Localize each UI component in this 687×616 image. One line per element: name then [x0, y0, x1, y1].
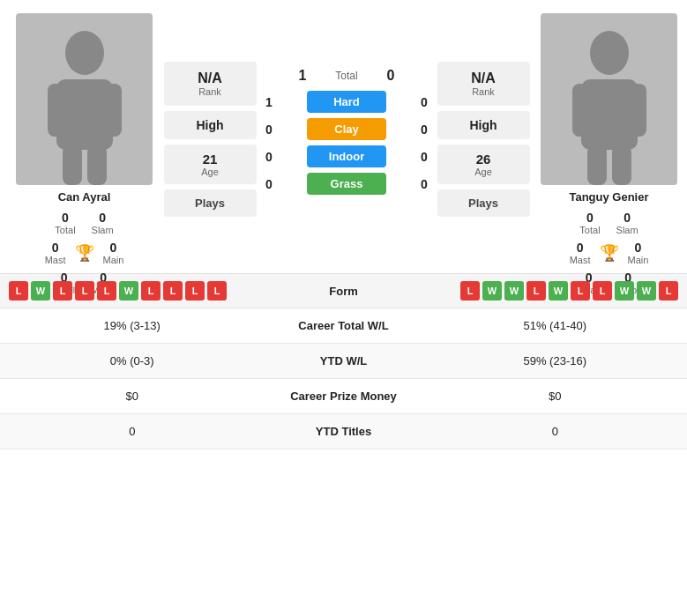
stat-center-0: Career Total W/L [256, 319, 432, 332]
form-badge-right-7: W [615, 281, 634, 301]
right-player-silhouette [565, 26, 653, 185]
indoor-score-right: 0 [414, 150, 435, 164]
right-info-boxes: N/A Rank High 26 Age Plays [435, 13, 532, 217]
form-badge-right-0: L [460, 281, 480, 301]
stats-table: 19% (3-13)Career Total W/L51% (41-40)0% … [0, 308, 687, 449]
left-info-boxes: N/A Rank High 21 Age Plays [161, 13, 258, 217]
svg-point-0 [65, 31, 104, 75]
center-block: Can Ayral 1 Total 0 1 Hard 0 0 Clay 0 [258, 13, 435, 195]
stat-row-1: 0% (0-3)YTD W/L59% (23-16) [0, 344, 687, 379]
left-mast-label: Mast [45, 255, 66, 265]
left-age-value: 21 [177, 152, 243, 167]
right-slam-stat: 0 Slam [616, 211, 638, 235]
right-player: Tanguy Genier 0 Total 0 Slam 0 Mast 🏆 [532, 13, 686, 295]
left-player-silhouette [41, 26, 129, 185]
left-slam-value: 0 [99, 211, 106, 225]
left-mast-stat: 0 Mast [45, 241, 66, 265]
surface-rows: 1 Hard 0 0 Clay 0 0 Indoor 0 0 Grass [258, 91, 435, 195]
stat-center-2: Career Prize Money [256, 390, 432, 403]
right-total-label: Total [579, 225, 600, 235]
right-main-stat: 0 Main [628, 241, 649, 265]
right-total-value: 0 [586, 211, 594, 225]
clay-score-right: 0 [414, 122, 435, 137]
bottom-section: LWLLLWLLLL Form LWWLWLLWWL 19% (3-13)Car… [0, 273, 687, 449]
right-plays-label: Plays [451, 197, 517, 210]
left-rank-label: Rank [177, 86, 243, 97]
form-badge-left-4: L [97, 281, 116, 301]
stat-right-3: 0 [432, 425, 679, 438]
left-player: Can Ayral 0 Total 0 Slam 0 Mast 🏆 0 [7, 13, 161, 295]
left-main-label: Main [103, 255, 124, 265]
left-slam-stat: 0 Slam [92, 211, 114, 235]
clay-score-left: 0 [258, 122, 280, 137]
form-badge-left-7: L [163, 281, 183, 301]
clay-badge: Clay [307, 118, 386, 140]
svg-rect-9 [627, 84, 646, 137]
svg-rect-2 [48, 84, 67, 137]
form-badge-left-0: L [9, 281, 28, 301]
left-age-box: 21 Age [164, 145, 257, 184]
form-badge-left-1: W [31, 281, 50, 301]
stat-center-1: YTD W/L [256, 354, 432, 367]
stat-row-3: 0YTD Titles0 [0, 414, 687, 449]
right-slam-label: Slam [616, 225, 638, 235]
surface-row-hard: 1 Hard 0 [258, 91, 435, 113]
right-age-box: 26 Age [437, 145, 530, 184]
stat-right-2: $0 [432, 390, 679, 403]
indoor-badge: Indoor [307, 145, 386, 167]
left-plays-label: Plays [177, 197, 243, 210]
left-main-value: 0 [110, 241, 117, 255]
center-total-label: Total [320, 70, 373, 82]
surface-row-grass: 0 Grass 0 [258, 173, 435, 195]
surface-row-clay: 0 Clay 0 [258, 118, 435, 140]
right-age-label: Age [451, 167, 517, 177]
stat-row-0: 19% (3-13)Career Total W/L51% (41-40) [0, 308, 687, 344]
svg-rect-10 [587, 145, 607, 185]
left-total-stat: 0 Total [55, 211, 75, 235]
svg-rect-11 [612, 145, 631, 185]
right-main-label: Main [628, 255, 649, 265]
svg-rect-3 [102, 84, 122, 137]
grass-badge: Grass [307, 173, 386, 195]
right-mast-stat: 0 Mast [570, 241, 591, 265]
stat-center-3: YTD Titles [256, 425, 432, 438]
hard-score-right: 0 [414, 95, 435, 109]
left-player-photo [16, 13, 153, 185]
left-total-label: Total [55, 225, 75, 235]
form-badge-right-1: W [482, 281, 502, 301]
right-rank-label: Rank [451, 86, 517, 97]
form-badge-left-6: L [141, 281, 161, 301]
right-level-box: High [437, 111, 530, 139]
form-badge-right-4: W [549, 281, 568, 301]
right-level-value: High [451, 118, 517, 132]
left-trophy-icon: 🏆 [75, 243, 94, 263]
stat-left-0: 19% (3-13) [9, 319, 256, 332]
form-badges-left: LWLLLWLLLL [9, 281, 291, 301]
stat-row-2: $0Career Prize Money$0 [0, 379, 687, 414]
stat-left-2: $0 [9, 390, 256, 403]
right-rank-value: N/A [451, 71, 517, 86]
grass-score-left: 0 [258, 177, 280, 191]
form-badge-left-2: L [53, 281, 72, 301]
right-rank-box: N/A Rank [437, 62, 530, 106]
form-label: Form [291, 285, 397, 298]
svg-rect-8 [572, 84, 592, 137]
svg-rect-4 [63, 145, 82, 185]
form-badge-right-3: L [526, 281, 546, 301]
left-rank-box: N/A Rank [164, 62, 257, 106]
hard-score-left: 1 [258, 95, 280, 109]
form-badge-left-5: W [119, 281, 138, 301]
grass-score-right: 0 [414, 177, 435, 191]
stat-left-3: 0 [9, 425, 256, 438]
form-badge-right-9: L [659, 281, 678, 301]
right-player-name: Tanguy Genier [569, 190, 648, 204]
indoor-score-left: 0 [258, 150, 280, 164]
form-badge-left-9: L [207, 281, 227, 301]
form-badge-left-3: L [75, 281, 94, 301]
form-badges-right: LWWLWLLWWL [397, 281, 679, 301]
right-trophy-icon: 🏆 [600, 243, 619, 263]
hard-badge: Hard [307, 91, 386, 113]
stat-right-0: 51% (41-40) [432, 319, 679, 332]
left-player-name: Can Ayral [58, 190, 111, 204]
svg-point-6 [590, 31, 629, 75]
